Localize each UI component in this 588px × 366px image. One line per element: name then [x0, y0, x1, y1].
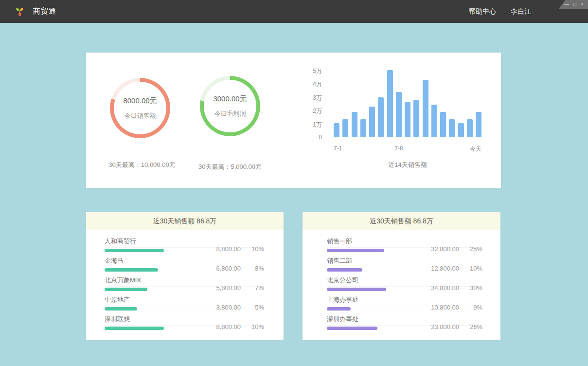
today-sales-label: 今日销售额: [125, 111, 156, 120]
item-name: 销售二部: [327, 256, 422, 265]
sales-bar: [360, 119, 366, 137]
titlebar-menu: 帮助中心 李白江: [469, 0, 531, 23]
item-percent: 7%: [248, 284, 264, 292]
sales-30d-max-caption: 30天最高：10,000.00元: [108, 161, 175, 169]
item-percent: 10%: [248, 323, 264, 330]
today-profit-label: 今日毛利润: [214, 110, 246, 118]
list-item: 上海办事处10,800.009%: [327, 296, 482, 311]
list-item: 销售一部32,800.0025%: [327, 238, 482, 252]
item-name: 北京分公司: [327, 276, 422, 285]
y-tick-label: 5万: [313, 67, 322, 75]
list-item: 深圳办事处23,800.0026%: [327, 316, 482, 330]
bar-chart-x-axis: 7-1 7-8 今天: [334, 145, 481, 153]
sales-bar: [431, 105, 437, 137]
y-tick-label: 4万: [313, 80, 322, 89]
list-item: 销售二部12,800.0010%: [327, 257, 482, 272]
sales-bar: [342, 119, 348, 137]
item-percent: 25%: [466, 245, 482, 253]
help-center-link[interactable]: 帮助中心: [469, 7, 496, 16]
close-icon[interactable]: ×: [581, 2, 584, 7]
item-bar: [327, 327, 377, 330]
x-tick-7-8: 7-8: [394, 145, 403, 152]
item-percent: 26%: [466, 323, 482, 330]
item-value: 34,800.00: [422, 284, 459, 292]
item-bar: [105, 249, 164, 252]
sales-bar: [476, 112, 481, 137]
sales-bar: [413, 100, 419, 137]
item-bar: [327, 249, 384, 252]
profit-30d-max-caption: 30天最高：5,000.00元: [198, 163, 262, 171]
customers-sales-card: 近30天销售额 86.8万 人和商贸行8,800.0010%金海马6,800.0…: [86, 212, 284, 340]
item-percent: 8%: [248, 265, 264, 272]
item-bar: [327, 307, 351, 311]
minimize-icon[interactable]: —: [564, 2, 569, 7]
item-name: 上海办事处: [327, 295, 422, 304]
bar-chart-y-axis: 5万4万3万2万1万0: [299, 67, 322, 141]
username-menu[interactable]: 李白江: [511, 7, 531, 16]
list-item: 北京万象MIX5,800.007%: [105, 277, 264, 291]
sales-bar: [449, 119, 455, 137]
sales-bar: [396, 92, 402, 137]
item-percent: 10%: [248, 245, 264, 253]
item-bar: [327, 268, 362, 272]
sales-bar: [352, 112, 357, 137]
y-tick-label: 2万: [313, 107, 322, 115]
today-profit-donut-chart: 3000.00元 今日毛利润: [200, 76, 260, 136]
sales-bar: [378, 97, 384, 137]
donut-center-text: 3000.00元 今日毛利润: [200, 76, 260, 136]
item-value: 3,800.00: [204, 304, 241, 311]
item-name: 人和商贸行: [105, 237, 204, 246]
list-item: 人和商贸行8,800.0010%: [105, 238, 264, 252]
sales-bar: [467, 119, 473, 137]
item-percent: 30%: [466, 284, 482, 292]
sales-bar: [423, 80, 428, 137]
y-tick-label: 1万: [313, 121, 322, 129]
x-tick-today: 今天: [470, 145, 481, 153]
item-name: 深圳办事处: [327, 315, 422, 324]
item-bar: [105, 288, 147, 291]
item-bar: [105, 327, 164, 330]
item-bar: [105, 307, 137, 311]
list-item: 中原地产3,800.005%: [105, 296, 264, 311]
item-value: 32,800.00: [422, 245, 459, 253]
today-profit-value: 3000.00元: [213, 94, 247, 104]
maximize-icon[interactable]: □: [573, 2, 576, 7]
item-value: 8,800.00: [204, 323, 241, 330]
sales-bar: [405, 102, 410, 137]
item-value: 10,800.00: [422, 304, 459, 311]
y-tick-label: 0: [319, 134, 322, 141]
item-bar: [105, 268, 158, 272]
item-percent: 9%: [466, 304, 482, 311]
item-value: 5,800.00: [204, 284, 241, 292]
departments-list: 销售一部32,800.0025%销售二部12,800.0010%北京分公司34,…: [303, 230, 500, 330]
today-sales-value: 8000.00元: [123, 96, 157, 106]
app-title: 商贸通: [33, 7, 56, 16]
item-name: 北京万象MIX: [105, 276, 204, 285]
item-value: 12,800.00: [422, 265, 459, 272]
item-name: 中原地产: [105, 295, 204, 304]
x-tick-7-1: 7-1: [334, 145, 342, 152]
item-percent: 10%: [466, 265, 482, 272]
titlebar: 商贸通 帮助中心 李白江 — □ ×: [0, 0, 588, 23]
y-tick-label: 3万: [313, 94, 322, 102]
departments-card-title: 近30天销售额 86.8万: [303, 212, 500, 230]
window-controls: — □ ×: [559, 0, 588, 9]
donut-center-text: 8000.00元 今日销售额: [110, 78, 170, 138]
item-percent: 5%: [248, 304, 264, 311]
list-item: 金海马6,800.008%: [105, 257, 264, 272]
item-value: 6,800.00: [204, 265, 241, 272]
sales-bar: [387, 70, 393, 137]
sales-bar-plot: [334, 70, 481, 137]
overview-card: 8000.00元 今日销售额 30天最高：10,000.00元 3000.00元…: [86, 53, 501, 188]
today-sales-donut-chart: 8000.00元 今日销售额: [110, 78, 170, 138]
item-bar: [327, 288, 386, 291]
list-item: 北京分公司34,800.0030%: [327, 277, 482, 291]
item-value: 8,800.00: [204, 245, 241, 253]
pinwheel-logo-icon: [14, 5, 26, 18]
sales-bar: [334, 123, 339, 137]
item-name: 深圳联想: [105, 315, 204, 324]
departments-sales-card: 近30天销售额 86.8万 销售一部32,800.0025%销售二部12,800…: [303, 212, 500, 340]
customers-list: 人和商贸行8,800.0010%金海马6,800.008%北京万象MIX5,80…: [86, 230, 284, 330]
customers-card-title: 近30天销售额 86.8万: [86, 212, 284, 230]
item-value: 23,800.00: [422, 323, 459, 330]
